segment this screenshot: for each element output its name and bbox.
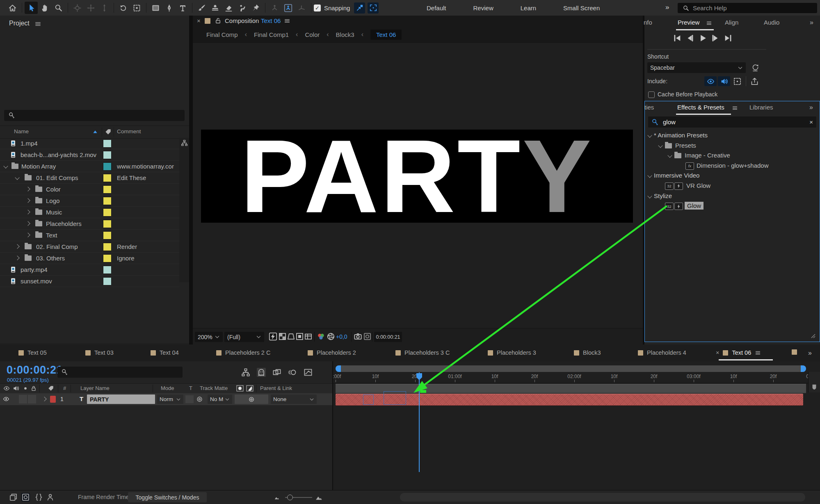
collapse-icon[interactable]	[3, 164, 8, 168]
time-ruler[interactable]: 0:00f10f20f01:00f10f20f02:00f10f20f03:00…	[333, 372, 820, 383]
workspace-default[interactable]: Default	[427, 5, 446, 11]
parent-pickwhip-cell[interactable]	[235, 395, 268, 404]
label-color-chip[interactable]	[103, 197, 112, 205]
effects-tree-row[interactable]: Presets	[645, 141, 819, 151]
choose-grid-guides-icon[interactable]	[304, 332, 313, 341]
expand-icon[interactable]	[25, 187, 30, 191]
viewer-timecode[interactable]: 0:00:00:21	[374, 332, 402, 342]
effects-panel-menu-icon[interactable]	[732, 105, 738, 111]
timeline-tab[interactable]: Placeholders 4	[638, 349, 686, 356]
project-row[interactable]: Music	[0, 207, 179, 218]
project-row[interactable]: Logo	[0, 195, 179, 207]
layer-marker[interactable]	[420, 390, 426, 393]
show-snapshot-icon[interactable]	[363, 332, 372, 341]
home-tool[interactable]	[6, 2, 19, 14]
transparency-grid-icon[interactable]	[278, 332, 287, 341]
label-color-chip[interactable]	[103, 139, 112, 148]
project-panel-menu-icon[interactable]	[34, 21, 41, 27]
orbit-tool[interactable]	[71, 2, 84, 14]
hand-tool[interactable]	[38, 2, 51, 14]
composition-mini-flowchart-icon[interactable]	[241, 368, 250, 377]
tab-audio[interactable]: Audio	[764, 19, 779, 26]
include-audio-button[interactable]	[718, 76, 730, 86]
selection-rectangle[interactable]	[384, 391, 406, 405]
resolution-dropdown[interactable]: (Full)	[224, 332, 264, 342]
axis-box-tool[interactable]	[281, 2, 295, 14]
first-frame-button[interactable]	[673, 34, 682, 43]
expand-icon[interactable]	[25, 233, 30, 237]
label-color-chip[interactable]	[103, 174, 112, 182]
timeline-tab[interactable]: Text 05	[18, 349, 47, 356]
workspace-learn[interactable]: Learn	[521, 5, 536, 11]
tab-properties[interactable]: ties	[644, 104, 654, 111]
audio-column-icon[interactable]	[13, 385, 19, 392]
snap-arrow-button[interactable]	[354, 2, 365, 14]
tab-info[interactable]: nfo	[644, 19, 652, 26]
rect-tool-tool[interactable]	[149, 2, 162, 14]
workspace-review[interactable]: Review	[473, 5, 493, 11]
timeline-tab[interactable]: Placeholders 2	[308, 349, 356, 356]
exposure-icon[interactable]	[327, 332, 335, 341]
navigator-start-handle[interactable]	[336, 365, 341, 372]
timeline-horizontal-scrollbar[interactable]	[400, 493, 805, 502]
breadcrumb-active[interactable]: Text 06	[370, 30, 402, 40]
project-row[interactable]: Placeholders	[0, 218, 179, 230]
label-color-chip[interactable]	[103, 208, 112, 217]
axis-view-tool[interactable]	[295, 2, 308, 14]
collapse-icon[interactable]	[647, 194, 652, 198]
pin-tool[interactable]	[249, 2, 262, 14]
column-number[interactable]: #	[63, 385, 66, 391]
playhead-line[interactable]	[419, 372, 420, 472]
label-column-icon[interactable]	[105, 128, 112, 135]
breadcrumb-item[interactable]: Block3	[336, 31, 354, 38]
shy-layers-icon[interactable]	[46, 493, 55, 502]
play-button[interactable]	[698, 34, 707, 43]
include-overlays-icon[interactable]	[733, 77, 742, 86]
comp-tab-title[interactable]: Composition	[225, 17, 259, 24]
timeline-tab[interactable]: Text 03	[85, 349, 114, 356]
project-row[interactable]: 01. Edit CompsEdit These	[0, 172, 179, 184]
layer-expander-icon[interactable]	[42, 397, 46, 401]
panel-divider[interactable]	[189, 16, 193, 344]
project-row[interactable]: Color	[0, 184, 179, 195]
timeline-zoom-knob[interactable]	[287, 495, 293, 500]
matte-pickwhip-icon[interactable]	[196, 396, 203, 403]
graph-editor-icon[interactable]	[304, 368, 313, 377]
collapse-icon[interactable]	[667, 153, 672, 158]
pan-behind-tool[interactable]	[130, 2, 143, 14]
expand-icon[interactable]	[15, 255, 19, 260]
mask-visibility-icon[interactable]	[287, 332, 295, 341]
effects-tree-row[interactable]: 32VR Glow	[645, 181, 819, 191]
tab-preview[interactable]: Preview	[678, 19, 699, 26]
comp-panel-menu-icon[interactable]	[284, 18, 290, 24]
preview-menu-icon[interactable]	[706, 20, 712, 26]
next-frame-button[interactable]	[711, 34, 720, 43]
track-matte-dropdown[interactable]: No M	[208, 395, 232, 404]
label-color-chip[interactable]	[103, 185, 112, 194]
collapse-icon[interactable]	[658, 143, 662, 148]
timeline-tab[interactable]: Block3	[574, 349, 601, 356]
project-row[interactable]: 1.mp4	[0, 138, 179, 149]
expand-icon[interactable]	[25, 221, 30, 226]
take-snapshot-icon[interactable]	[354, 332, 362, 341]
show-channel-icon[interactable]	[317, 332, 325, 341]
eraser-tool[interactable]	[222, 2, 235, 14]
layer-row[interactable]: 1 T PARTY Norm No M None	[0, 393, 332, 405]
solo-column-icon[interactable]	[22, 385, 29, 392]
video-column-icon[interactable]	[3, 385, 10, 392]
render-queue-icon[interactable]	[750, 77, 759, 86]
exposure-value[interactable]: +0,0	[336, 333, 347, 340]
mini-flowchart-icon[interactable]	[21, 493, 30, 502]
snapping-checkbox[interactable]: ✓	[314, 5, 321, 11]
expand-icon[interactable]	[15, 244, 19, 249]
collapse-icon[interactable]	[647, 133, 652, 137]
label-color-chip[interactable]	[103, 243, 112, 251]
clear-search-icon[interactable]: ×	[809, 119, 813, 125]
label-column-icon[interactable]	[48, 385, 54, 392]
label-color-chip[interactable]	[103, 231, 112, 239]
label-color-chip[interactable]	[103, 162, 112, 171]
effects-tree-row[interactable]: Immersive Video	[645, 171, 819, 181]
breadcrumb-item[interactable]: Final Comp	[206, 31, 238, 38]
close-tab-icon[interactable]: ×	[716, 349, 719, 356]
project-search-input[interactable]	[4, 110, 185, 121]
